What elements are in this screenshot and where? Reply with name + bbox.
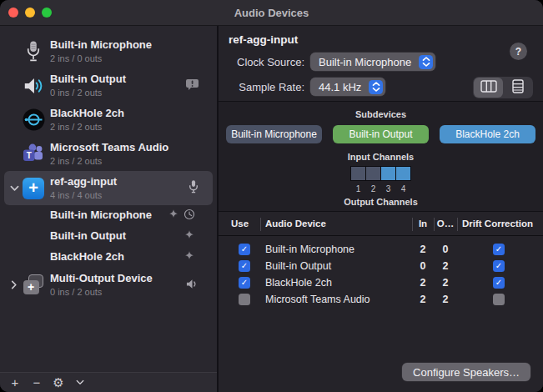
columns-icon — [480, 80, 497, 96]
sample-rate-label: Sample Rate: — [224, 81, 304, 93]
table-row[interactable]: BlackHole 2ch 2 2 — [219, 274, 543, 291]
signal-star-icon — [184, 250, 195, 265]
sample-rate-value: 44.1 kHz — [319, 81, 361, 93]
svg-text:T: T — [27, 151, 32, 160]
sidebar-item-multi-output-device[interactable]: Multi-Output Device 0 ins / 2 outs — [0, 268, 217, 302]
traffic-lights — [8, 8, 52, 18]
zoom-button[interactable] — [42, 8, 52, 18]
device-name: ref-agg-input — [50, 175, 189, 189]
subdevices-section: Subdevices Built-in Microphone Built-in … — [219, 102, 543, 212]
row-ins: 2 — [412, 294, 434, 305]
row-device-name: Built-in Output — [260, 260, 412, 272]
row-device-name: Built-in Microphone — [260, 244, 412, 255]
microphone-icon — [22, 40, 45, 63]
device-channels: 0 ins / 2 outs — [50, 87, 186, 98]
input-channel-3[interactable] — [381, 167, 396, 180]
help-button[interactable]: ? — [510, 43, 527, 60]
add-device-button[interactable]: + — [4, 374, 26, 392]
input-channel-numbers: 1 2 3 4 — [219, 184, 543, 193]
clock-source-popup[interactable]: Built-in Microphone — [310, 53, 435, 71]
sidebar-subitem-built-in-output[interactable]: Built-in Output — [0, 226, 217, 247]
column-header-drift-correction[interactable]: Drift Correction — [457, 219, 543, 229]
aggregate-device-icon — [22, 177, 45, 200]
column-header-in[interactable]: In — [412, 219, 434, 229]
channel-number: 3 — [381, 184, 396, 193]
row-outs: 0 — [434, 244, 457, 255]
subdevice-pill-built-in-microphone[interactable]: Built-in Microphone — [226, 125, 322, 143]
chevron-down-icon[interactable] — [7, 185, 22, 192]
row-ins: 0 — [412, 260, 434, 272]
signal-star-icon — [184, 229, 195, 244]
clock-source-icon — [184, 209, 195, 224]
input-channel-strip — [350, 166, 411, 181]
row-ins: 2 — [412, 244, 434, 255]
channel-number: 4 — [396, 184, 411, 193]
configure-speakers-button[interactable]: Configure Speakers… — [402, 363, 530, 381]
subdevice-pill-built-in-output[interactable]: Built-in Output — [333, 125, 429, 143]
subdevices-heading: Subdevices — [219, 102, 543, 119]
use-checkbox[interactable] — [239, 244, 250, 255]
device-channels: 2 ins / 2 outs — [50, 121, 209, 133]
speaker-badge-icon — [186, 278, 199, 293]
device-channels: 4 ins / 4 outs — [50, 189, 189, 201]
subdevice-name: Built-in Microphone — [50, 209, 168, 223]
column-header-use[interactable]: Use — [229, 219, 260, 229]
sidebar-item-built-in-microphone[interactable]: Built-in Microphone 2 ins / 0 outs — [0, 34, 217, 68]
alert-bubble-icon — [186, 78, 199, 93]
row-outs: 2 — [434, 277, 457, 289]
sidebar-subitem-blackhole-2ch[interactable]: BlackHole 2ch — [0, 247, 217, 268]
row-ins: 2 — [412, 277, 434, 289]
channel-number: 2 — [366, 184, 381, 193]
sidebar-item-blackhole-2ch[interactable]: BlackHole 2ch 2 ins / 2 outs — [0, 103, 217, 137]
device-settings-section: ref-agg-input ? Clock Source: Built-in M… — [219, 26, 543, 102]
subdevice-table-section: Use Audio Device In O… Drift Correction … — [219, 212, 543, 392]
drift-correction-checkbox[interactable] — [493, 277, 505, 289]
chevron-right-icon[interactable] — [7, 280, 22, 289]
speaker-icon — [22, 74, 45, 98]
row-outs: 2 — [434, 294, 457, 305]
signal-star-icon — [168, 209, 179, 224]
rows-icon — [512, 79, 524, 97]
microphone-badge-icon — [189, 179, 199, 197]
input-channel-1[interactable] — [351, 167, 366, 180]
input-channels-heading: Input Channels — [219, 152, 543, 162]
sidebar-subitem-built-in-microphone[interactable]: Built-in Microphone — [0, 205, 217, 226]
row-device-name: BlackHole 2ch — [260, 277, 412, 289]
sidebar-item-built-in-output[interactable]: Built-in Output 0 ins / 2 outs — [0, 68, 217, 103]
chevron-down-icon[interactable] — [69, 374, 91, 392]
use-checkbox[interactable] — [239, 277, 250, 289]
use-checkbox[interactable] — [239, 294, 250, 305]
table-row[interactable]: Built-in Output 0 2 — [219, 258, 543, 274]
window-title: Audio Devices — [234, 7, 309, 19]
device-name: Multi-Output Device — [50, 272, 186, 286]
column-header-audio-device[interactable]: Audio Device — [260, 219, 412, 229]
sidebar-item-ref-agg-input[interactable]: ref-agg-input 4 ins / 4 outs — [4, 171, 213, 205]
clock-source-label: Clock Source: — [224, 56, 304, 68]
columns-view-button[interactable] — [474, 78, 503, 98]
device-channels: 2 ins / 2 outs — [50, 155, 209, 167]
device-name: Microsoft Teams Audio — [50, 141, 209, 155]
input-channel-2[interactable] — [366, 167, 381, 180]
remove-device-button[interactable]: − — [26, 374, 48, 392]
use-checkbox[interactable] — [239, 260, 250, 272]
drift-correction-checkbox[interactable] — [493, 260, 505, 272]
list-view-button[interactable] — [503, 78, 532, 98]
drift-correction-checkbox[interactable] — [493, 294, 505, 305]
device-name: Built-in Output — [50, 73, 186, 87]
drift-correction-checkbox[interactable] — [493, 244, 505, 255]
close-button[interactable] — [8, 8, 18, 18]
device-list: Built-in Microphone 2 ins / 0 outs — [0, 26, 217, 302]
popup-stepper-icon — [369, 80, 383, 94]
table-row[interactable]: Built-in Microphone 2 0 — [219, 241, 543, 258]
minimize-button[interactable] — [25, 8, 35, 18]
sample-rate-popup[interactable]: 44.1 kHz — [310, 78, 385, 96]
column-header-out[interactable]: O… — [434, 219, 457, 229]
gear-icon[interactable]: ⚙ — [48, 374, 69, 392]
subdevice-pill-blackhole-2ch[interactable]: BlackHole 2ch — [440, 125, 535, 143]
audio-devices-window: Audio Devices Built-in M — [0, 0, 543, 392]
input-channel-4[interactable] — [396, 167, 410, 180]
subdevice-buttons: Built-in Microphone Built-in Output Blac… — [219, 119, 543, 143]
device-channels: 0 ins / 2 outs — [50, 286, 186, 298]
sidebar-item-microsoft-teams-audio[interactable]: T Microsoft Teams Audio 2 ins / 2 outs — [0, 137, 217, 171]
table-row[interactable]: Microsoft Teams Audio 2 2 — [219, 291, 543, 308]
